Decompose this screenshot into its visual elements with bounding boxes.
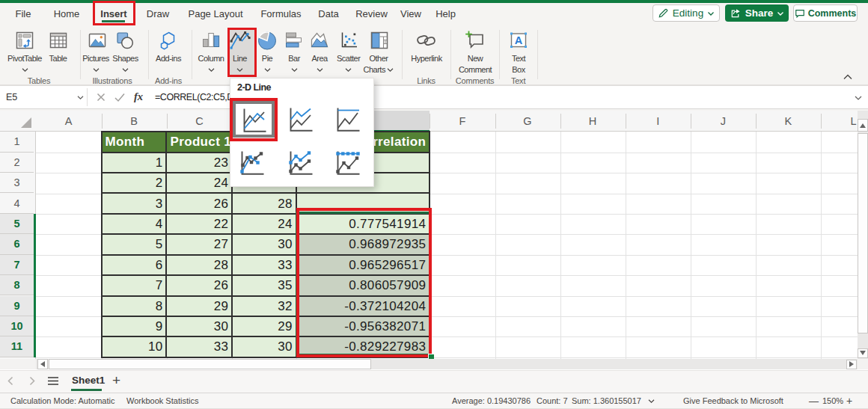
- svg-text:A: A: [515, 34, 523, 46]
